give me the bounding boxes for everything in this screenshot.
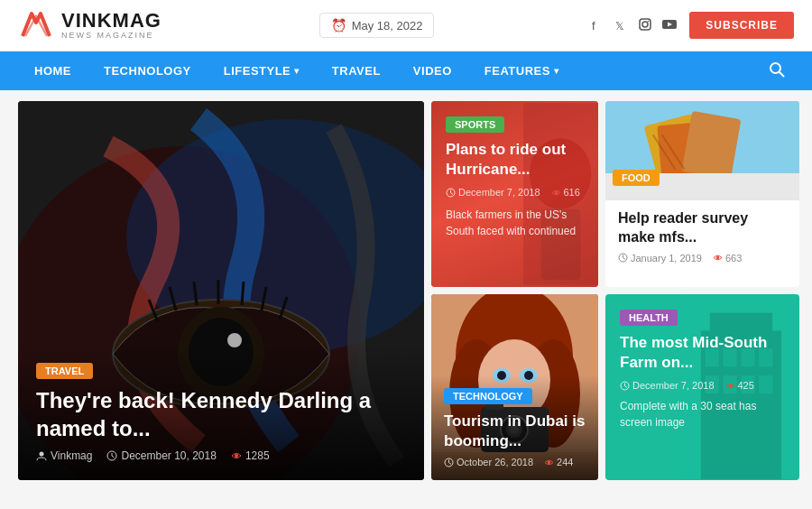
- svg-line-8: [780, 71, 784, 76]
- youtube-icon[interactable]: [662, 18, 677, 33]
- food-card-content: Help reader survey make mfs... January 1…: [605, 200, 799, 273]
- featured-date: December 10, 2018: [106, 449, 216, 462]
- header: VINKMAG NEWS MAGAZINE ⏰ May 18, 2022 f 𝕏: [0, 0, 812, 51]
- logo-main: VINKMAG: [61, 10, 161, 32]
- clock-icon: ⏰: [331, 18, 346, 32]
- svg-line-78: [625, 385, 628, 387]
- logo-icon: [18, 9, 54, 42]
- sports-date: December 7, 2018: [446, 187, 540, 198]
- health-card-title: The most Mid-South Farm on...: [620, 333, 785, 373]
- nav-item-travel[interactable]: TRAVEL: [316, 51, 397, 90]
- svg-point-64: [548, 460, 551, 464]
- svg-point-34: [554, 190, 558, 194]
- food-card[interactable]: FOOD Help reader survey make mfs... Janu…: [605, 101, 799, 287]
- health-category-badge: HEALTH: [620, 310, 678, 326]
- svg-point-4: [648, 20, 650, 22]
- medium-views: 244: [544, 457, 573, 467]
- svg-line-44: [623, 258, 626, 260]
- nav-item-video[interactable]: VIDEO: [397, 51, 468, 90]
- sports-card-content: SPORTS Plans to ride out Hurricane... De…: [446, 116, 584, 239]
- header-date: ⏰ May 18, 2022: [319, 13, 435, 38]
- featured-overlay: TRAVEL They're back! Kennedy Darling a n…: [18, 344, 424, 480]
- svg-point-45: [716, 256, 720, 260]
- medium-card-title: Tourism in Dubai is booming...: [444, 412, 586, 451]
- sports-views: 616: [551, 187, 580, 198]
- lifestyle-dropdown-arrow: ▾: [294, 66, 300, 76]
- nav-item-features[interactable]: FEATURES ▾: [468, 51, 576, 90]
- header-right: f 𝕏 SUBSCRIBE: [592, 12, 794, 39]
- featured-author: Vinkmag: [36, 449, 92, 462]
- svg-line-33: [451, 192, 454, 194]
- logo-area: VINKMAG NEWS MAGAZINE: [18, 9, 161, 42]
- subscribe-button[interactable]: SUBSCRIBE: [689, 12, 794, 39]
- logo-text-wrap: VINKMAG NEWS MAGAZINE: [61, 10, 161, 41]
- food-views: 663: [713, 253, 742, 264]
- health-card-excerpt: Complete with a 30 seat has screen image: [620, 398, 785, 430]
- nav-item-technology[interactable]: TECHNOLOGY: [88, 51, 208, 90]
- featured-category-badge: TRAVEL: [36, 363, 93, 379]
- svg-rect-38: [682, 111, 742, 180]
- medium-card[interactable]: TECHNOLOGY Tourism in Dubai is booming..…: [431, 294, 598, 480]
- sports-card-meta: December 7, 2018 616: [446, 187, 584, 198]
- health-date: December 7, 2018: [620, 380, 715, 391]
- svg-point-3: [642, 22, 648, 27]
- nav-item-home[interactable]: HOME: [18, 51, 88, 90]
- main-content: TRAVEL They're back! Kennedy Darling a n…: [0, 90, 812, 491]
- sports-card[interactable]: SPORTS Plans to ride out Hurricane... De…: [431, 101, 598, 287]
- nav-items: HOME TECHNOLOGY LIFESTYLE ▾ TRAVEL VIDEO…: [18, 51, 760, 90]
- medium-category-badge: TECHNOLOGY: [444, 388, 532, 404]
- svg-point-79: [728, 384, 732, 387]
- health-card-meta: December 7, 2018 425: [620, 380, 785, 391]
- featured-views: 1285: [231, 449, 270, 462]
- svg-line-63: [449, 462, 452, 464]
- sports-card-title: Plans to ride out Hurricane...: [446, 140, 584, 180]
- grid-layout: TRAVEL They're back! Kennedy Darling a n…: [18, 101, 794, 480]
- instagram-icon[interactable]: [639, 18, 651, 33]
- food-card-title: Help reader survey make mfs...: [618, 209, 787, 247]
- date-text: May 18, 2022: [352, 19, 423, 32]
- social-icons: f 𝕏: [592, 18, 677, 33]
- health-views: 425: [725, 380, 754, 391]
- svg-line-26: [112, 456, 115, 458]
- featured-title: They're back! Kennedy Darling a named to…: [36, 386, 406, 442]
- featured-card[interactable]: TRAVEL They're back! Kennedy Darling a n…: [18, 101, 424, 480]
- featured-meta: Vinkmag December 10, 2018 1285: [36, 449, 406, 462]
- svg-line-20: [242, 282, 244, 305]
- twitter-icon[interactable]: 𝕏: [615, 18, 628, 33]
- medium-card-meta: October 26, 2018 244: [444, 457, 586, 467]
- sports-category-badge: SPORTS: [446, 116, 504, 133]
- svg-rect-2: [640, 19, 651, 30]
- svg-point-23: [40, 452, 44, 457]
- food-date: January 1, 2019: [618, 253, 702, 264]
- svg-text:𝕏: 𝕏: [615, 20, 624, 31]
- nav-item-lifestyle[interactable]: LIFESTYLE ▾: [208, 51, 316, 90]
- svg-text:f: f: [592, 19, 595, 31]
- sports-card-excerpt: Black farmers in the US's South faced wi…: [446, 207, 584, 239]
- nav: HOME TECHNOLOGY LIFESTYLE ▾ TRAVEL VIDEO…: [0, 51, 812, 90]
- health-card-content: HEALTH The most Mid-South Farm on... Dec…: [620, 309, 785, 430]
- food-card-meta: January 1, 2019 663: [618, 253, 787, 264]
- logo-sub: NEWS MAGAZINE: [61, 32, 161, 41]
- health-card[interactable]: HEALTH The most Mid-South Farm on... Dec…: [605, 294, 799, 480]
- search-icon[interactable]: [760, 52, 794, 90]
- svg-point-27: [235, 454, 238, 458]
- medium-date: October 26, 2018: [444, 457, 533, 467]
- features-dropdown-arrow: ▾: [554, 66, 559, 76]
- facebook-icon[interactable]: f: [592, 18, 604, 33]
- medium-card-overlay: TECHNOLOGY Tourism in Dubai is booming..…: [431, 375, 598, 480]
- food-category-badge: FOOD: [613, 170, 660, 186]
